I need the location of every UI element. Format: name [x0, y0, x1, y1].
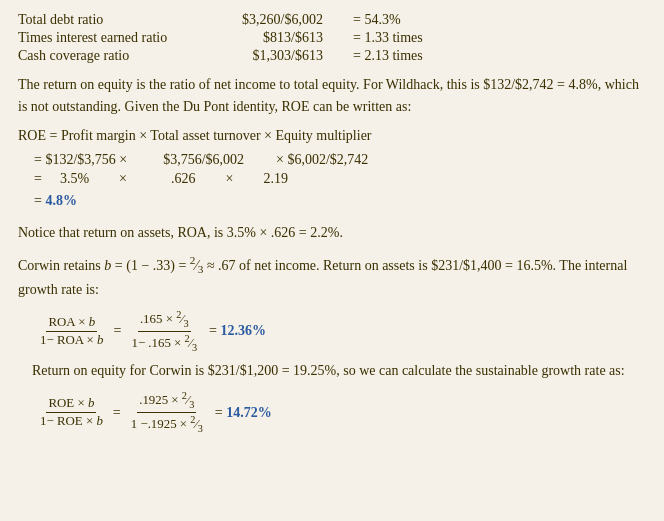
ratio-result-1: = 54.3% — [353, 12, 646, 28]
roe-right-formula: × $6,002/$2,742 — [276, 152, 368, 168]
sgr-denominator: 1− ROE × b — [38, 413, 105, 430]
paragraph-1: The return on equity is the ratio of net… — [18, 74, 646, 117]
sgr-fraction: ROE × b 1− ROE × b — [38, 395, 105, 429]
igr-equals: = — [114, 318, 122, 343]
sgr-val-denominator: 1 −.1925 × 2⁄3 — [129, 413, 205, 435]
roe-result: = — [34, 193, 45, 208]
paragraph-3: Corwin retains b = (1 − .33) = 2⁄3 ≈ .67… — [18, 252, 646, 301]
sgr-formula: ROE × b 1− ROE × b = .1925 × 2⁄3 1 −.192… — [36, 389, 646, 434]
igr-numerator: ROA × b — [46, 314, 97, 332]
roe-result-value: 4.8% — [45, 193, 77, 208]
ratio-label-2: Times interest earned ratio — [18, 30, 208, 46]
ratio-label-3: Cash coverage ratio — [18, 48, 208, 64]
sgr-equals: = — [113, 400, 121, 425]
ratio-result-2: = 1.33 times — [353, 30, 646, 46]
igr-values-fraction: .165 × 2⁄3 1− .165 × 2⁄3 — [129, 308, 199, 353]
ratio-formula-2: $813/$613 — [208, 30, 353, 46]
times-1: × — [136, 128, 151, 143]
ratio-label-1: Total debt ratio — [18, 12, 208, 28]
table-row: Times interest earned ratio $813/$613 = … — [18, 30, 646, 46]
b-var: b — [104, 258, 111, 273]
main-content: Total debt ratio $3,260/$6,002 = 54.3% T… — [0, 0, 664, 457]
igr-result: = 12.36% — [209, 318, 266, 343]
roe-eq1: = $132/$3,756 × — [34, 152, 127, 168]
roe-main-equation: ROE = Profit margin × Total asset turnov… — [18, 125, 646, 147]
roe-val-b: .626 — [171, 171, 196, 187]
igr-denominator: 1− ROA × b — [38, 332, 106, 349]
roe-times-a: × — [119, 171, 127, 187]
igr-formula: ROA × b 1− ROA × b = .165 × 2⁄3 1− .165 … — [36, 308, 646, 353]
sgr-numerator: ROE × b — [46, 395, 96, 413]
sgr-val-numerator: .1925 × 2⁄3 — [137, 389, 196, 412]
paragraph-4: Return on equity for Corwin is $231/$1,2… — [18, 360, 646, 382]
paragraph-2: Notice that return on assets, ROA, is 3.… — [18, 222, 646, 244]
sgr-values-fraction: .1925 × 2⁄3 1 −.1925 × 2⁄3 — [129, 389, 205, 434]
sgr-result: = 14.72% — [215, 400, 272, 425]
times-2: × Equity multiplier — [261, 128, 372, 143]
ratio-table: Total debt ratio $3,260/$6,002 = 54.3% T… — [18, 12, 646, 64]
total-asset-turnover-label: Total asset turnover — [150, 128, 260, 143]
table-row: Total debt ratio $3,260/$6,002 = 54.3% — [18, 12, 646, 28]
sgr-result-value: 14.72% — [226, 405, 272, 420]
roe-val-c: 2.19 — [263, 171, 288, 187]
roe-times-b: × — [225, 171, 233, 187]
ratio-formula-3: $1,303/$613 — [208, 48, 353, 64]
profit-margin-label: Profit margin — [61, 128, 136, 143]
ratio-result-3: = 2.13 times — [353, 48, 646, 64]
roe-mid-formula: $3,756/$6,002 — [163, 152, 244, 168]
ratio-formula-1: $3,260/$6,002 — [208, 12, 353, 28]
table-row: Cash coverage ratio $1,303/$613 = 2.13 t… — [18, 48, 646, 64]
igr-val-denominator: 1− .165 × 2⁄3 — [129, 332, 199, 354]
igr-val-numerator: .165 × 2⁄3 — [138, 308, 191, 331]
roe-eq2: = — [34, 171, 42, 187]
igr-result-value: 12.36% — [220, 323, 266, 338]
igr-fraction: ROA × b 1− ROA × b — [38, 314, 106, 348]
roe-line-4: = 4.8% — [18, 190, 646, 212]
roe-line-3: = 3.5% × .626 × 2.19 — [18, 171, 646, 187]
roe-section: ROE = Profit margin × Total asset turnov… — [18, 125, 646, 212]
roe-val-a: 3.5% — [60, 171, 89, 187]
roe-label: ROE = — [18, 128, 61, 143]
roe-line-2: = $132/$3,756 × $3,756/$6,002 × $6,002/$… — [18, 152, 646, 168]
